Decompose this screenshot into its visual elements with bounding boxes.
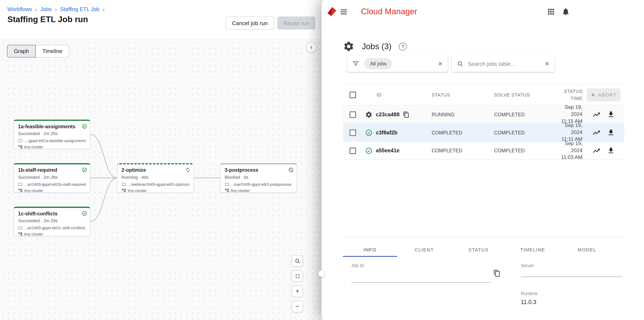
job-completed-check-icon — [365, 129, 372, 136]
server-field-group: Server — [521, 263, 622, 268]
workflow-node-1c-shift-conflicts[interactable]: 1c-shift-conflicts Succeeded · 2m 29s ..… — [14, 207, 90, 236]
tab-client[interactable]: CLIENT — [397, 244, 452, 257]
job-download-icon[interactable] — [607, 129, 615, 137]
graph-zoom-controls: + − — [292, 255, 303, 312]
fit-screen-button[interactable] — [292, 270, 303, 282]
node-path: ...-gppd-etl/1a-feasible-assignments — [24, 138, 86, 143]
job-id-field[interactable] — [351, 272, 491, 283]
job-table-row[interactable]: c3f8af2b COMPLETED COMPLETED Sep 19, 202… — [343, 124, 624, 142]
blocked-icon — [288, 167, 294, 173]
breadcrumb-jobs[interactable]: Jobs — [40, 6, 52, 12]
panel-resize-handle[interactable] — [318, 270, 325, 277]
clear-filter-icon[interactable]: ✕ — [438, 60, 443, 67]
job-id: c23ca488 — [376, 111, 400, 118]
tab-status[interactable]: STATUS — [451, 244, 506, 257]
menu-icon[interactable] — [340, 8, 348, 16]
cluster-icon — [18, 232, 22, 236]
job-download-icon[interactable] — [607, 111, 615, 118]
abort-button[interactable]: ABORT — [587, 88, 620, 102]
filter-icon — [352, 60, 360, 68]
node-status: Succeeded · 2m 28s — [18, 175, 86, 180]
fit-screen-icon — [294, 273, 300, 279]
success-check-icon — [82, 167, 87, 173]
col-header-solve-status[interactable]: SOLVE STATUS — [494, 85, 554, 105]
tab-timeline[interactable]: Timeline — [35, 45, 69, 58]
screen: Workflows › Jobs › Staffing ETL Job › St… — [0, 0, 644, 320]
node-path: .../webinar/2409-gppd-etl/2-optimize — [128, 182, 189, 186]
job-table-row[interactable]: a55ee41e COMPLETED COMPLETED Sep 19, 202… — [343, 142, 624, 160]
workflow-header: Workflows › Jobs › Staffing ETL Job › St… — [0, 0, 322, 40]
cloud-manager-topbar: Cloud Manager — [322, 0, 644, 25]
jobs-gear-icon — [343, 41, 354, 52]
collapse-panel-button[interactable]: ‹ — [306, 42, 317, 53]
server-label: Server — [521, 263, 622, 268]
job-detail-tabs: INFO CLIENT STATUS TIMELINE MODEL — [343, 244, 614, 257]
workflow-graph-canvas[interactable]: Graph Timeline ‹ 1a-feasible-assignments… — [0, 40, 322, 320]
select-all-checkbox[interactable] — [350, 92, 356, 98]
job-table-row[interactable]: c23ca488 RUNNING COMPLETED Sep 19, 2024 … — [343, 106, 624, 124]
job-metrics-icon[interactable] — [592, 110, 600, 119]
tab-info[interactable]: INFO — [343, 244, 397, 257]
job-status-date: Sep 19, 2024 — [554, 122, 582, 136]
col-header-id[interactable]: ID — [363, 85, 432, 105]
workflow-node-1b-staff-required[interactable]: 1b-staff-required Succeeded · 2m 28s ...… — [14, 163, 90, 193]
help-icon[interactable]: ? — [399, 43, 407, 51]
job-id: c3f8af2b — [376, 129, 398, 136]
job-status-time: 11:03 AM — [561, 154, 582, 161]
plus-icon: + — [296, 288, 299, 295]
workflow-node-1a-feasible-assignments[interactable]: 1a-feasible-assignments Succeeded · 2m 2… — [14, 120, 90, 149]
folder-icon — [18, 138, 22, 143]
node-status: Blocked · 0s — [225, 175, 292, 180]
tab-timeline[interactable]: TIMELINE — [506, 244, 560, 257]
job-metrics-icon[interactable] — [592, 147, 600, 155]
zoom-out-button[interactable]: − — [292, 301, 303, 312]
copy-id-icon[interactable] — [403, 111, 410, 118]
job-download-icon[interactable] — [607, 147, 615, 154]
search-input[interactable] — [468, 61, 541, 67]
clear-search-icon[interactable]: ✕ — [545, 60, 550, 67]
node-cluster: tiny-cluster — [128, 188, 147, 193]
breadcrumb-workflows[interactable]: Workflows — [8, 6, 32, 12]
node-path: ...inar/2409-gppd-etl/3-postprocess — [231, 182, 291, 186]
chevron-left-icon: ‹ — [310, 44, 312, 51]
folder-icon — [225, 182, 229, 186]
row-checkbox[interactable] — [350, 111, 356, 118]
zoom-in-button[interactable]: + — [292, 285, 303, 297]
job-id: a55ee41e — [376, 147, 400, 154]
jobs-table-header: ID STATUS SOLVE STATUS STATUS TIME ABORT — [343, 84, 624, 106]
job-status: COMPLETED — [432, 142, 494, 159]
workflow-node-3-postprocess[interactable]: 3-postprocess Blocked · 0s ...inar/2409-… — [220, 163, 297, 193]
notifications-bell-icon[interactable] — [561, 8, 570, 16]
node-cluster: tiny-cluster — [24, 188, 43, 193]
repair-run-button[interactable]: Repair run — [277, 17, 316, 30]
node-title: 3-postprocess — [225, 167, 292, 173]
filter-chip-all-jobs[interactable]: All jobs — [364, 58, 392, 70]
apps-grid-icon[interactable] — [547, 8, 555, 16]
jobs-title: Jobs (3) — [362, 42, 392, 51]
tab-model[interactable]: MODEL — [560, 244, 614, 257]
col-header-status[interactable]: STATUS — [432, 85, 494, 105]
job-status: RUNNING — [432, 106, 494, 123]
row-checkbox[interactable] — [350, 129, 356, 136]
stop-icon — [590, 93, 596, 97]
job-metrics-icon[interactable] — [592, 128, 600, 137]
cancel-job-run-button[interactable]: Cancel job run — [226, 17, 274, 30]
node-path: ...ar/2409-gppd-etl/1c-shift-conflicts — [24, 226, 85, 230]
node-title: 2-optimize — [122, 167, 189, 173]
job-completed-check-icon — [365, 147, 372, 154]
breadcrumb-staffing-etl-job[interactable]: Staffing ETL Job — [60, 6, 100, 12]
workflow-node-2-optimize[interactable]: 2-optimize Running · 40s .../webinar/240… — [117, 163, 194, 193]
magnifier-icon — [294, 258, 300, 264]
cluster-icon — [225, 188, 229, 193]
cloud-manager-panel: Cloud Manager Jobs (3) ? All jobs ✕ — [322, 0, 644, 320]
tab-graph[interactable]: Graph — [7, 45, 36, 58]
folder-icon — [18, 182, 22, 186]
job-status: COMPLETED — [432, 124, 494, 141]
abort-label: ABORT — [598, 93, 616, 97]
row-checkbox[interactable] — [350, 147, 356, 154]
zoom-search-button[interactable] — [292, 255, 303, 267]
col-header-status-time[interactable]: STATUS TIME — [554, 85, 582, 105]
copy-job-id-icon[interactable] — [493, 269, 501, 277]
node-path: ...ar/2409-gppd-etl/1b-staff-required — [24, 182, 86, 186]
breadcrumb-separator-icon: › — [103, 7, 104, 12]
